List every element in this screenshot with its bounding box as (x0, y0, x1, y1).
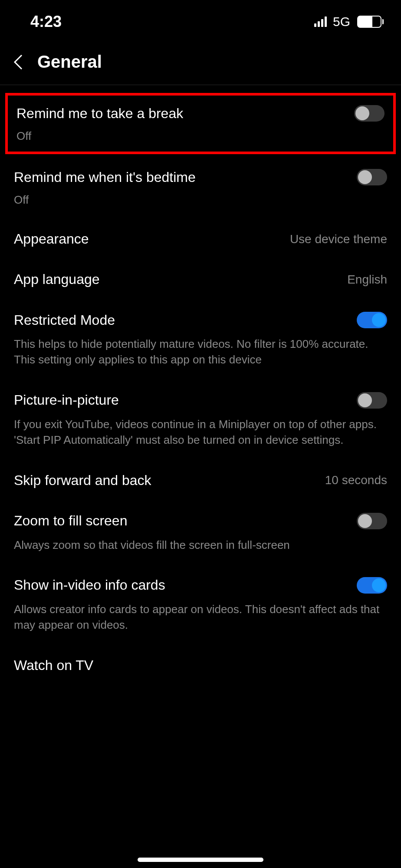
setting-bedtime-sub: Off (14, 193, 387, 207)
setting-zoom[interactable]: Zoom to fill screen Always zoom so that … (0, 501, 401, 565)
setting-restricted-desc: This helps to hide potentially mature vi… (14, 336, 387, 368)
toggle-break[interactable] (354, 105, 385, 122)
setting-break-highlight: Remind me to take a break Off (5, 93, 396, 154)
battery-icon: 63 (357, 16, 384, 28)
setting-bedtime-title: Remind me when it's bedtime (14, 169, 196, 185)
home-indicator[interactable] (138, 858, 263, 862)
setting-infocards[interactable]: Show in-video info cards Allows creator … (0, 565, 401, 645)
setting-skip[interactable]: Skip forward and back 10 seconds (0, 460, 401, 501)
status-indicators: 5G 63 (314, 14, 384, 29)
back-icon[interactable] (13, 53, 23, 71)
setting-zoom-desc: Always zoom so that videos fill the scre… (14, 537, 387, 553)
setting-skip-title: Skip forward and back (14, 472, 151, 488)
setting-pip[interactable]: Picture-in-picture If you exit YouTube, … (0, 380, 401, 460)
setting-appearance[interactable]: Appearance Use device theme (0, 219, 401, 259)
setting-restricted[interactable]: Restricted Mode This helps to hide poten… (0, 300, 401, 380)
setting-pip-desc: If you exit YouTube, videos continue in … (14, 416, 387, 448)
toggle-pip[interactable] (357, 392, 387, 409)
setting-restricted-title: Restricted Mode (14, 312, 115, 328)
setting-appearance-title: Appearance (14, 231, 89, 247)
setting-language-title: App language (14, 271, 100, 287)
setting-infocards-title: Show in-video info cards (14, 577, 165, 593)
status-bar: 4:23 5G 63 (0, 0, 401, 39)
setting-watchtv[interactable]: Watch on TV (0, 645, 401, 686)
toggle-restricted[interactable] (357, 312, 387, 328)
settings-list: Remind me to take a break Off Remind me … (0, 93, 401, 686)
cellular-signal-icon (314, 17, 327, 27)
setting-break-sub: Off (16, 129, 385, 143)
page-title: General (37, 52, 102, 72)
setting-skip-value: 10 seconds (325, 473, 387, 487)
setting-language[interactable]: App language English (0, 259, 401, 300)
setting-language-value: English (347, 273, 387, 287)
toggle-infocards[interactable] (357, 577, 387, 594)
setting-appearance-value: Use device theme (290, 232, 387, 246)
toggle-zoom[interactable] (357, 513, 387, 529)
setting-pip-title: Picture-in-picture (14, 392, 119, 408)
setting-break[interactable]: Remind me to take a break (16, 105, 385, 122)
setting-infocards-desc: Allows creator info cards to appear on v… (14, 601, 387, 633)
status-time: 4:23 (30, 13, 62, 31)
setting-watchtv-title: Watch on TV (14, 657, 93, 673)
setting-bedtime[interactable]: Remind me when it's bedtime Off (0, 157, 401, 219)
setting-zoom-title: Zoom to fill screen (14, 513, 127, 529)
setting-break-title: Remind me to take a break (16, 106, 183, 122)
battery-percentage: 63 (365, 17, 374, 27)
network-type: 5G (333, 14, 350, 29)
nav-header: General (0, 39, 401, 85)
toggle-bedtime[interactable] (357, 169, 387, 185)
